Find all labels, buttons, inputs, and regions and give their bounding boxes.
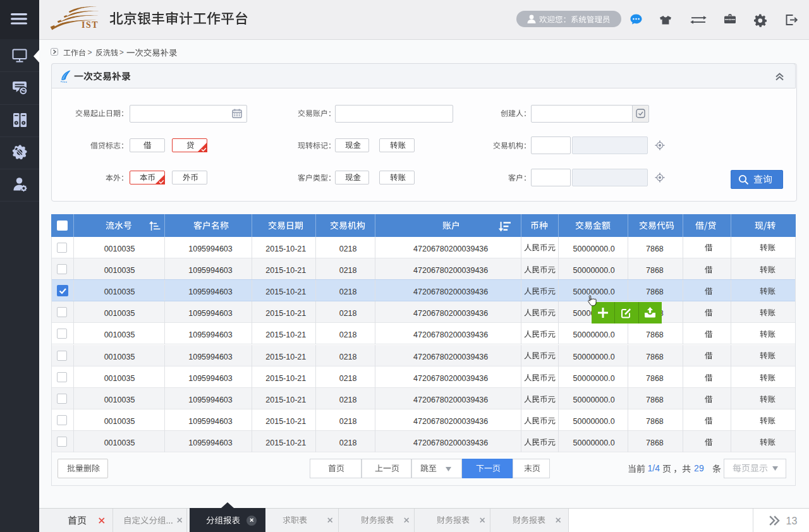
- svg-text:IST: IST: [82, 20, 99, 30]
